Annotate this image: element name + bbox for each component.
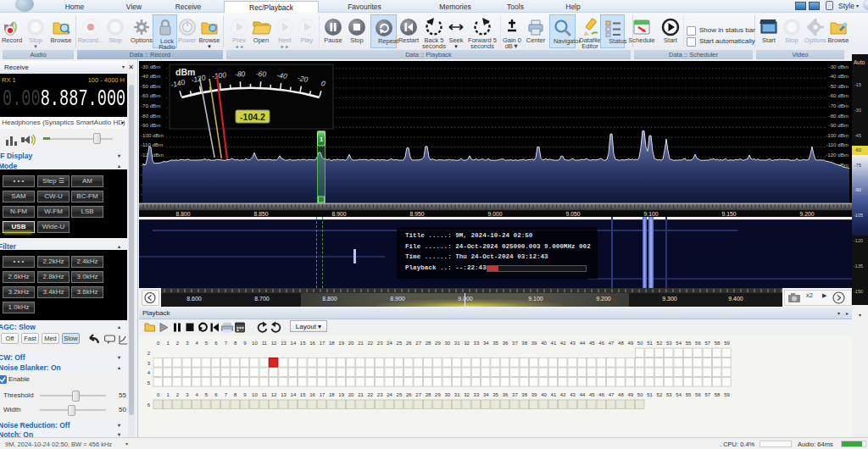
svg-text:6: 6 [214,392,218,397]
svg-text:-60: -60 [256,69,267,78]
svg-text:57: 57 [704,392,710,397]
svg-text:31: 31 [454,341,460,346]
svg-text:27: 27 [415,392,421,397]
svg-text:55: 55 [686,392,692,397]
svg-text:14: 14 [291,341,297,346]
svg-text:55: 55 [686,341,692,346]
svg-text:7: 7 [225,392,228,397]
svg-text:-80 dBm: -80 dBm [829,113,849,119]
svg-text:-80: -80 [235,69,246,78]
svg-text:13: 13 [281,392,287,397]
svg-text:2: 2 [176,341,180,346]
svg-text:17: 17 [320,341,326,346]
svg-text:10: 10 [252,341,258,346]
svg-text:9.000: 9.000 [487,211,502,217]
svg-text:11: 11 [262,341,268,346]
svg-text:48: 48 [618,341,624,346]
svg-text:19: 19 [338,392,344,397]
svg-text:45: 45 [589,341,595,346]
svg-text:2: 2 [176,392,180,397]
svg-text:46: 46 [598,392,604,397]
svg-text:-60 dBm: -60 dBm [141,92,160,98]
svg-text:52: 52 [657,392,663,397]
svg-text:4: 4 [196,392,199,397]
svg-text:28: 28 [426,392,431,397]
svg-text:35: 35 [492,392,498,397]
svg-text:51: 51 [647,341,653,346]
svg-text:0: 0 [157,392,160,397]
svg-text:47: 47 [609,341,615,346]
svg-text:-100: -100 [211,70,226,80]
svg-text:49: 49 [627,392,633,397]
svg-text:3: 3 [147,361,151,366]
svg-text:-30 dBm: -30 dBm [141,64,160,69]
svg-text:54: 54 [676,341,682,346]
svg-text:-30 dBm: -30 dBm [829,64,849,69]
svg-text:18: 18 [329,392,335,397]
svg-text:11: 11 [262,392,268,397]
svg-text:20: 20 [348,392,354,397]
svg-text:-100 dBm: -100 dBm [141,132,164,138]
svg-text:25: 25 [397,341,403,346]
svg-text:29: 29 [435,341,441,346]
svg-text:19: 19 [338,341,344,346]
svg-text:14: 14 [291,392,297,397]
svg-text:-110 dBm: -110 dBm [141,141,163,147]
svg-text:38: 38 [521,341,527,346]
svg-text:22: 22 [367,341,373,346]
svg-text:-40 dBm: -40 dBm [141,73,160,79]
svg-text:22: 22 [367,392,373,397]
svg-text:59: 59 [724,392,730,397]
svg-text:-110 dBm: -110 dBm [826,141,849,147]
svg-text:56: 56 [695,341,701,346]
svg-text:15: 15 [300,392,306,397]
svg-text:24: 24 [387,341,392,346]
svg-text:42: 42 [560,341,566,346]
svg-text:23: 23 [377,392,383,397]
svg-text:9: 9 [243,392,247,397]
svg-text:25: 25 [397,392,403,397]
svg-text:6: 6 [147,402,151,407]
svg-text:-70 dBm: -70 dBm [141,103,160,108]
svg-text:4: 4 [147,370,151,375]
svg-text:40: 40 [541,341,547,346]
svg-text:3: 3 [186,341,189,346]
svg-text:20: 20 [348,341,354,346]
svg-text:17: 17 [320,392,326,397]
svg-text:13: 13 [281,341,287,346]
svg-text:21: 21 [358,341,364,346]
svg-text:-90 dBm: -90 dBm [141,122,160,128]
svg-text:7: 7 [225,341,228,346]
svg-text:51: 51 [647,392,653,397]
svg-text:36: 36 [503,392,509,397]
svg-text:58: 58 [715,392,721,397]
svg-text:8: 8 [234,392,237,397]
svg-text:28: 28 [426,341,431,346]
svg-text:53: 53 [666,392,672,397]
svg-text:-40: -40 [276,70,288,80]
svg-text:24: 24 [387,392,392,397]
svg-text:43: 43 [570,392,576,397]
svg-text:5: 5 [205,341,209,346]
svg-text:41: 41 [551,341,557,346]
svg-text:32: 32 [464,392,470,397]
svg-text:29: 29 [435,392,441,397]
svg-text:1: 1 [166,392,170,397]
svg-text:42: 42 [560,392,566,397]
svg-text:15: 15 [300,341,306,346]
svg-text:-104.2: -104.2 [240,112,265,122]
svg-text:8: 8 [234,341,237,346]
svg-text:8.800: 8.800 [175,211,190,217]
svg-text:-100 dBm: -100 dBm [826,132,849,138]
svg-text:1: 1 [320,136,323,143]
svg-text:-60 dBm: -60 dBm [829,92,849,98]
svg-text:16: 16 [309,392,315,397]
svg-text:47: 47 [609,392,615,397]
svg-text:43: 43 [570,341,576,346]
svg-text:6: 6 [214,341,218,346]
svg-text:52: 52 [657,341,663,346]
svg-text:9.100: 9.100 [643,211,658,217]
svg-text:5: 5 [147,380,151,385]
svg-text:56: 56 [695,392,701,397]
svg-text:57: 57 [704,341,710,346]
